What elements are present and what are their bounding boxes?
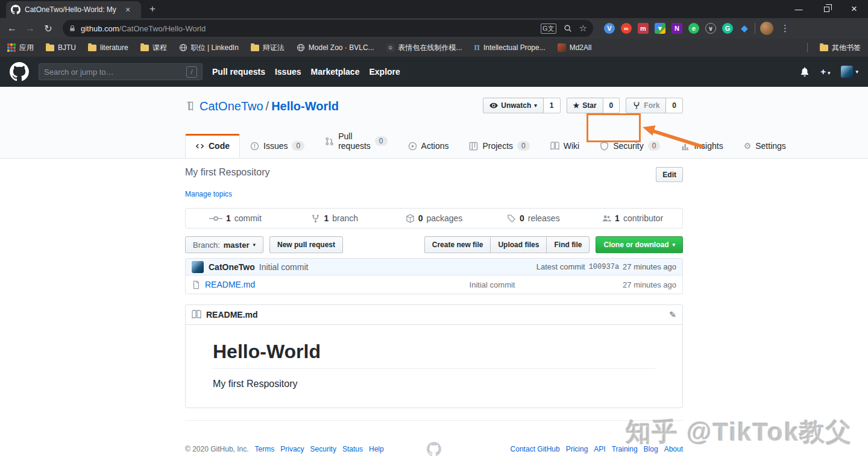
packages-stat[interactable]: 0packages <box>385 209 484 228</box>
footer-pricing[interactable]: Pricing <box>566 445 588 453</box>
url-bar[interactable]: github.com/CatOneTwo/Hello-World G文 ☆ <box>63 20 593 37</box>
reload-button[interactable]: ↻ <box>41 23 55 34</box>
extension-icon[interactable]: ▼ <box>655 23 665 34</box>
tab-actions[interactable]: Actions <box>398 134 459 158</box>
forward-button[interactable]: → <box>23 23 37 34</box>
github-search[interactable]: / <box>39 63 203 80</box>
bookmark-item[interactable]: literature <box>88 43 128 52</box>
bookmark-item[interactable]: Md2All <box>558 43 592 52</box>
contributors-stat[interactable]: 1contributor <box>583 209 682 228</box>
tab-pull-requests[interactable]: Pull requests0 <box>315 124 397 158</box>
github-nav: Pull requests Issues Marketplace Explore <box>212 67 400 77</box>
footer-contact[interactable]: Contact GitHub <box>511 445 560 453</box>
repo-name-link[interactable]: Hello-World <box>271 99 339 113</box>
star-button[interactable]: ★Star <box>567 98 603 113</box>
forks-count[interactable]: 0 <box>666 98 683 113</box>
bookmark-item[interactable]: Model Zoo · BVLC... <box>297 43 374 52</box>
extension-icon[interactable]: e <box>688 23 699 34</box>
upload-files-button[interactable]: Upload files <box>491 236 547 253</box>
notifications-bell-icon[interactable] <box>800 67 810 77</box>
footer-training[interactable]: Training <box>612 445 638 453</box>
tab-security[interactable]: Security0 <box>590 134 670 158</box>
file-commit-time: 27 minutes ago <box>623 280 676 289</box>
file-commit-message[interactable]: Initial commit <box>362 280 623 289</box>
extension-icon[interactable]: V <box>604 23 615 34</box>
extension-icon[interactable]: G <box>722 23 733 34</box>
pr-count-badge: 0 <box>375 136 388 146</box>
tab-insights[interactable]: Insights <box>670 134 733 158</box>
clone-or-download-button[interactable]: Clone or download▾ <box>596 236 683 253</box>
new-tab-button[interactable]: + <box>149 3 156 15</box>
nav-explore[interactable]: Explore <box>369 67 400 77</box>
extension-icon[interactable]: ∞ <box>621 23 632 34</box>
tab-projects[interactable]: Projects0 <box>459 134 539 158</box>
tab-wiki[interactable]: Wiki <box>540 134 590 158</box>
create-new-menu[interactable]: +▾ <box>820 66 830 77</box>
bookmark-item[interactable]: 辩证法 <box>251 43 285 53</box>
branch-selector[interactable]: Branch:master▾ <box>185 236 263 253</box>
bookmark-item[interactable]: 课程 <box>140 43 167 53</box>
zoom-icon[interactable] <box>564 24 572 33</box>
translate-icon[interactable]: G文 <box>541 24 556 34</box>
footer-help[interactable]: Help <box>369 445 384 453</box>
browser-menu-icon[interactable]: ⋮ <box>781 23 790 34</box>
search-input[interactable] <box>44 68 186 77</box>
restore-button[interactable] <box>813 0 840 18</box>
commit-hash-link[interactable]: 100937a <box>589 263 619 271</box>
pencil-edit-icon[interactable]: ✎ <box>669 310 676 320</box>
bookmark-item[interactable]: BJTU <box>46 43 76 52</box>
extension-icon[interactable]: ∨ <box>705 23 716 34</box>
footer-security[interactable]: Security <box>310 445 336 453</box>
bookmark-item[interactable]: ☺表情包在线制作模... <box>386 43 462 53</box>
manage-topics-link[interactable]: Manage topics <box>185 190 232 198</box>
extension-icon[interactable]: N <box>671 23 682 34</box>
extension-icon[interactable]: ◆ <box>739 23 750 34</box>
create-new-file-button[interactable]: Create new file <box>424 236 491 253</box>
unwatch-button[interactable]: Unwatch▾ <box>483 98 544 113</box>
fork-button[interactable]: Fork <box>626 98 666 113</box>
back-button[interactable]: ← <box>5 23 19 34</box>
find-file-button[interactable]: Find file <box>547 236 590 253</box>
file-row[interactable]: README.md Initial commit 27 minutes ago <box>186 276 682 294</box>
commit-author-link[interactable]: CatOneTwo <box>209 262 255 272</box>
commit-author-avatar[interactable] <box>192 261 204 273</box>
tab-close-icon[interactable]: × <box>125 5 130 14</box>
new-pull-request-button[interactable]: New pull request <box>269 236 343 253</box>
restore-icon <box>824 7 829 12</box>
edit-description-button[interactable]: Edit <box>656 167 683 182</box>
repo-breadcrumb: CatOneTwo/Hello-World <box>200 99 339 113</box>
tab-issues[interactable]: Issues0 <box>240 134 315 158</box>
releases-stat[interactable]: 0releases <box>483 209 583 228</box>
github-footer-logo-icon[interactable] <box>427 442 441 456</box>
nav-pull-requests[interactable]: Pull requests <box>212 67 265 77</box>
github-logo-icon[interactable] <box>10 62 29 81</box>
watchers-count[interactable]: 1 <box>544 98 561 113</box>
other-bookmarks[interactable]: 其他书签 <box>820 43 861 53</box>
footer-privacy[interactable]: Privacy <box>280 445 304 453</box>
footer-blog[interactable]: Blog <box>644 445 658 453</box>
footer-status[interactable]: Status <box>342 445 363 453</box>
bookmark-item[interactable]: ΠIntellectual Prope... <box>474 43 546 52</box>
branches-stat[interactable]: 1branch <box>285 209 385 228</box>
commits-stat[interactable]: 1commit <box>186 209 285 228</box>
extension-icon[interactable]: m <box>638 23 649 34</box>
repo-owner-link[interactable]: CatOneTwo <box>200 99 263 113</box>
browser-profile-avatar[interactable] <box>760 22 773 35</box>
close-window-button[interactable]: × <box>840 0 868 18</box>
tab-code[interactable]: Code <box>185 134 240 158</box>
footer-about[interactable]: About <box>664 445 683 453</box>
footer-api[interactable]: API <box>594 445 605 453</box>
minimize-button[interactable]: — <box>785 0 813 18</box>
nav-marketplace[interactable]: Marketplace <box>311 67 360 77</box>
browser-tab[interactable]: CatOneTwo/Hello-World: My × <box>6 1 141 18</box>
file-name-link[interactable]: README.md <box>205 280 362 289</box>
bookmark-star-icon[interactable]: ☆ <box>579 23 587 34</box>
user-menu[interactable]: ▾ <box>841 66 858 78</box>
commit-message-link[interactable]: Initial commit <box>259 262 309 272</box>
bookmark-item[interactable]: 职位 | LinkedIn <box>179 43 239 53</box>
stars-count[interactable]: 0 <box>603 98 620 113</box>
tab-settings[interactable]: ⚙Settings <box>734 134 796 158</box>
footer-terms[interactable]: Terms <box>255 445 275 453</box>
bookmark-apps[interactable]: 应用 <box>7 43 34 53</box>
nav-issues[interactable]: Issues <box>275 67 301 77</box>
